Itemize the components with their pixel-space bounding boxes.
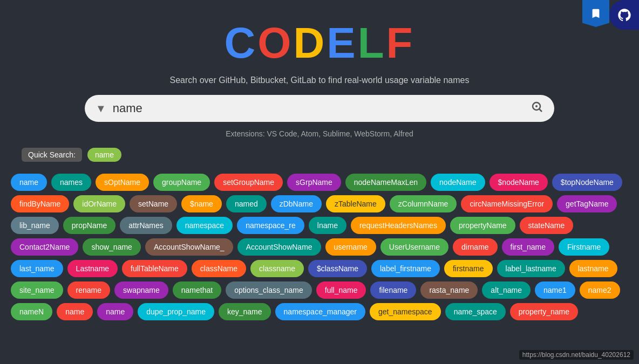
list-item[interactable]: zTableName <box>326 195 385 212</box>
list-item[interactable]: name <box>97 303 133 320</box>
list-item[interactable]: full_name <box>316 281 366 299</box>
list-item[interactable]: swapname <box>114 281 168 299</box>
list-item[interactable]: attrNames <box>120 217 172 234</box>
list-item[interactable]: groupName <box>153 174 210 191</box>
list-item[interactable]: UserUsername <box>380 238 448 256</box>
list-item[interactable]: setName <box>130 195 177 212</box>
logo-container: CODELF <box>0 0 639 75</box>
subtitle: Search over GitHub, Bitbucket, GitLab to… <box>0 75 639 85</box>
list-item[interactable]: nodeNameMaxLen <box>345 174 426 191</box>
search-container: ▼ <box>0 95 639 122</box>
github-corner <box>582 0 639 30</box>
list-item[interactable]: label_firstname <box>371 260 440 277</box>
search-box: ▼ <box>85 95 554 122</box>
list-item[interactable]: nameN <box>11 303 52 320</box>
github-link[interactable] <box>609 0 639 30</box>
list-item[interactable]: name <box>11 174 47 191</box>
list-item[interactable]: named <box>226 195 267 212</box>
list-item[interactable]: name2 <box>580 281 620 299</box>
list-item[interactable]: rasta_name <box>420 281 478 299</box>
list-item[interactable]: dupe_prop_name <box>138 303 214 320</box>
list-item[interactable]: className <box>192 260 246 277</box>
logo-d: D <box>294 19 327 67</box>
list-item[interactable]: zColumnName <box>390 195 457 212</box>
quick-search-row: Quick Search: name <box>0 148 639 162</box>
list-item[interactable]: $name <box>181 195 222 212</box>
list-item[interactable]: namespace_manager <box>275 303 365 320</box>
list-item[interactable]: propertyName <box>450 217 515 234</box>
list-item[interactable]: sGrpName <box>287 174 341 191</box>
quick-search-label[interactable]: Quick Search: <box>22 148 82 162</box>
list-item[interactable]: setGroupName <box>214 174 283 191</box>
list-item[interactable]: lname <box>309 217 346 234</box>
list-item[interactable]: namethat <box>173 281 221 299</box>
list-item[interactable]: name_space <box>445 303 506 320</box>
list-item[interactable]: AccountShowName_ <box>145 238 233 256</box>
list-item[interactable]: getTagName <box>557 195 617 212</box>
bookmark-icon[interactable] <box>582 0 609 27</box>
svg-line-1 <box>540 109 542 112</box>
list-item[interactable]: dirname <box>453 238 498 256</box>
list-item[interactable]: names <box>51 174 91 191</box>
list-item[interactable]: fullTableName <box>122 260 187 277</box>
list-item[interactable]: first_name <box>502 238 554 256</box>
quick-search-tag[interactable]: name <box>87 148 121 162</box>
list-item[interactable]: filename <box>370 281 416 299</box>
list-item[interactable]: $nodeName <box>490 174 548 191</box>
list-item[interactable]: get_namespace <box>370 303 441 320</box>
list-item[interactable]: classname <box>250 260 304 277</box>
list-item[interactable]: $topNodeName <box>552 174 622 191</box>
list-item[interactable]: sOptName <box>96 174 149 191</box>
list-item[interactable]: Lastname <box>67 260 118 277</box>
list-item[interactable]: circNameMissingError <box>461 195 553 212</box>
list-item[interactable]: propName <box>63 217 115 234</box>
list-item[interactable]: stateName <box>520 217 574 234</box>
list-item[interactable]: options_class_name <box>226 281 312 299</box>
list-item[interactable]: property_name <box>510 303 578 320</box>
logo-c: C <box>225 19 258 67</box>
logo[interactable]: CODELF <box>225 22 415 65</box>
list-item[interactable]: lastname <box>569 260 617 277</box>
list-item[interactable]: requestHeadersNames <box>351 217 446 234</box>
filter-icon: ▼ <box>96 102 106 115</box>
search-input[interactable] <box>113 101 524 115</box>
tags-container: namenamessOptNamegroupNamesetGroupNamesG… <box>0 174 639 320</box>
list-item[interactable]: zDbName <box>271 195 322 212</box>
list-item[interactable]: firstname <box>444 260 493 277</box>
list-item[interactable]: show_name <box>83 238 141 256</box>
footer-hint: https://blog.csdn.net/baidu_40202612 <box>519 350 634 360</box>
list-item[interactable]: namespace_re <box>237 217 304 234</box>
list-item[interactable]: name1 <box>535 281 575 299</box>
svg-point-2 <box>535 105 538 107</box>
list-item[interactable]: last_name <box>11 260 63 277</box>
list-item[interactable]: site_name <box>11 281 63 299</box>
logo-e: E <box>327 19 357 67</box>
list-item[interactable]: rename <box>67 281 110 299</box>
list-item[interactable]: $className <box>308 260 367 277</box>
list-item[interactable]: AccountShowName <box>237 238 321 256</box>
list-item[interactable]: idOrName <box>73 195 125 212</box>
list-item[interactable]: lib_name <box>11 217 59 234</box>
list-item[interactable]: nodeName <box>431 174 485 191</box>
list-item[interactable]: namespace <box>176 217 233 234</box>
extensions-text: Extensions: VS Code, Atom, Sublime, WebS… <box>0 129 639 138</box>
list-item[interactable]: key_name <box>219 303 271 320</box>
logo-f: F <box>386 19 415 67</box>
list-item[interactable]: Contact2Name <box>11 238 78 256</box>
logo-o: O <box>257 19 293 67</box>
list-item[interactable]: name <box>57 303 93 320</box>
list-item[interactable]: label_lastname <box>497 260 565 277</box>
list-item[interactable]: username <box>325 238 376 256</box>
logo-l: L <box>358 19 386 67</box>
list-item[interactable]: Firstname <box>559 238 609 256</box>
list-item[interactable]: alt_name <box>482 281 531 299</box>
search-button[interactable] <box>531 100 543 116</box>
list-item[interactable]: findByName <box>11 195 69 212</box>
